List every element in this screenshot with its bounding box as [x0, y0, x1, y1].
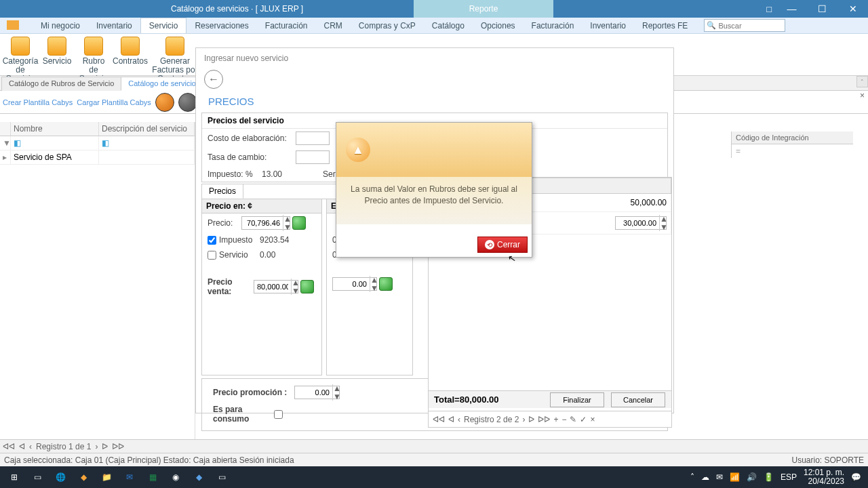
label-impuesto: Impuesto: %	[208, 169, 262, 179]
input-promo[interactable]: ▲▼	[294, 386, 340, 399]
finalizar-button[interactable]: Finalizar	[550, 392, 604, 407]
taskbar-clock[interactable]: 12:01 p. m. 20/4/2023	[804, 468, 844, 486]
menu-servicio[interactable]: Servicio	[140, 18, 187, 33]
search-icon: 🔍	[707, 21, 716, 30]
dialog-close-button[interactable]: ⟲ Cerrar	[477, 237, 528, 253]
menu-opciones[interactable]: Opciones	[473, 18, 524, 33]
record-navigator-rubros[interactable]: ᐊᐊᐊ‹ Registro 2 de 2 ›ᐅᐅᐅ+−✎✓×	[429, 411, 671, 427]
app-icon	[7, 20, 23, 31]
code-placeholder: =	[732, 144, 853, 158]
contracts-icon	[121, 37, 140, 56]
input-precio[interactable]: ▲▼	[241, 216, 290, 230]
input-rubro-valor[interactable]	[616, 219, 659, 227]
menu-bar: Mi negocio Inventario Servicio Reservaci…	[0, 18, 868, 34]
menu-reportes-fe[interactable]: Reportes FE	[634, 18, 696, 33]
menu-mi-negocio[interactable]: Mi negocio	[33, 18, 88, 33]
input-costo[interactable]	[296, 131, 330, 145]
taskbar-sublime[interactable]: ◆	[72, 468, 95, 486]
status-left: Caja seleccionada: Caja 01 (Caja Princip…	[4, 455, 294, 465]
tab-catalogo-servicios[interactable]: Catálogo de servicios	[121, 77, 207, 91]
check-servicio[interactable]	[208, 251, 216, 260]
warning-dialog: La suma del Valor en Rubros debe ser igu…	[336, 122, 532, 258]
close-icon: ⟲	[485, 240, 494, 249]
refresh-venta-button[interactable]	[300, 280, 314, 293]
taskbar-explorer[interactable]: 📁	[95, 468, 118, 486]
price-col1-header: Precio en: ¢	[202, 199, 321, 214]
integration-code-column: Código de Integración =	[731, 131, 853, 158]
table-row[interactable]: ▸ Servicio de SPA	[0, 150, 195, 165]
category-icon	[11, 37, 30, 56]
invoice-icon	[165, 37, 184, 56]
label-consumo: Es para consumo	[213, 405, 274, 424]
maximize-button[interactable]: ☐	[807, 0, 837, 18]
help-icon[interactable]: □	[766, 4, 772, 14]
title-bar: Catálogo de servicios · [ JLUX ERP ] Rep…	[0, 0, 868, 18]
close-tab-button[interactable]: ×	[856, 91, 868, 100]
toolbar-action-1[interactable]	[155, 93, 174, 112]
label-costo: Costo de elaboración:	[208, 134, 296, 143]
menu-inventario2[interactable]: Inventario	[582, 18, 634, 33]
tab-reporte[interactable]: Reporte	[414, 0, 553, 18]
scroll-up-button[interactable]: ˄	[856, 76, 868, 87]
refresh-precio-button[interactable]	[292, 216, 306, 230]
refresh-eq-button[interactable]	[379, 277, 393, 291]
col-codigo-integracion[interactable]: Código de Integración	[732, 131, 853, 144]
tray-cloud-icon[interactable]: ☁	[701, 472, 709, 482]
tray-chevron-icon[interactable]: ˄	[690, 472, 694, 482]
col-descripcion[interactable]: Descripción del servicio	[99, 122, 195, 136]
taskbar-app1[interactable]: ◆	[187, 468, 210, 486]
taskbar-app2[interactable]: ▭	[210, 468, 233, 486]
value-impuesto: 13.00	[262, 169, 296, 179]
link-cargar-plantilla[interactable]: Cargar Plantilla Cabys	[77, 98, 151, 106]
input-tasa[interactable]	[296, 150, 330, 164]
col-nombre[interactable]: Nombre	[11, 122, 99, 136]
taskbar-outlook[interactable]: ✉	[118, 468, 141, 486]
check-consumo[interactable]	[274, 410, 283, 419]
label-tasa: Tasa de cambio:	[208, 152, 296, 162]
check-impuesto[interactable]	[208, 236, 216, 245]
search-input[interactable]	[718, 22, 783, 30]
toolbar-action-2[interactable]	[178, 93, 197, 112]
menu-inventario[interactable]: Inventario	[88, 18, 140, 33]
mouse-cursor: ↖	[507, 252, 517, 264]
close-window-button[interactable]: ✕	[837, 0, 868, 18]
input-eq-venta[interactable]: ▲▼	[332, 277, 377, 291]
ribbon-servicio[interactable]: Servicio	[41, 37, 73, 66]
filter-row[interactable]: ▼ ◧ ◧	[0, 136, 195, 150]
minimize-button[interactable]: —	[776, 0, 807, 18]
taskbar-chrome[interactable]: ◉	[164, 468, 187, 486]
subtab-precios[interactable]: Precios	[202, 184, 243, 199]
section-precios: PRECIOS	[196, 89, 673, 113]
dialog-message: La suma del Valor en Rubros debe ser igu…	[336, 177, 532, 224]
services-grid: Nombre Descripción del servicio ▼ ◧ ◧ ▸ …	[0, 122, 195, 453]
start-button[interactable]: ⊞	[3, 468, 26, 486]
menu-crm[interactable]: CRM	[316, 18, 351, 33]
back-button[interactable]: ←	[204, 70, 223, 89]
search-box[interactable]: 🔍	[704, 19, 785, 32]
ribbon-contratos[interactable]: Contratos	[114, 37, 146, 66]
taskbar-edge[interactable]: 🌐	[49, 468, 72, 486]
menu-reservaciones[interactable]: Reservaciones	[186, 18, 256, 33]
tray-mail-icon[interactable]: ✉	[716, 472, 723, 482]
status-bar: Caja seleccionada: Caja 01 (Caja Princip…	[0, 453, 868, 466]
tray-wifi-icon[interactable]: 📶	[730, 472, 740, 482]
taskbar-excel[interactable]: ▦	[141, 468, 164, 486]
task-view-button[interactable]: ▭	[26, 468, 49, 486]
tab-catalogo-rubros[interactable]: Catálogo de Rubros de Servicio	[1, 77, 121, 91]
system-tray[interactable]: ˄ ☁ ✉ 📶 🔊 🔋 ESP 12:01 p. m. 20/4/2023 💬	[690, 468, 865, 486]
menu-facturacion2[interactable]: Facturación	[524, 18, 583, 33]
cancelar-button[interactable]: Cancelar	[611, 392, 665, 407]
record-navigator-bottom[interactable]: ᐊᐊᐊ‹ Registro 1 de 1 ›ᐅᐅᐅ	[0, 439, 868, 453]
menu-compras[interactable]: Compras y CxP	[351, 18, 424, 33]
row-selector-header	[0, 122, 11, 136]
panel-breadcrumb: Ingresar nuevo servicio	[196, 48, 673, 66]
tray-notifications-icon[interactable]: 💬	[851, 472, 861, 482]
input-precio-venta[interactable]: ▲▼	[254, 280, 298, 293]
rubro-icon	[84, 37, 103, 56]
link-crear-plantilla[interactable]: Crear Plantilla Cabys	[3, 98, 73, 106]
menu-facturacion[interactable]: Facturación	[257, 18, 316, 33]
tray-sound-icon[interactable]: 🔊	[747, 472, 757, 482]
menu-catalogo[interactable]: Catálogo	[424, 18, 473, 33]
tray-language[interactable]: ESP	[781, 472, 797, 482]
tray-battery-icon[interactable]: 🔋	[764, 472, 774, 482]
